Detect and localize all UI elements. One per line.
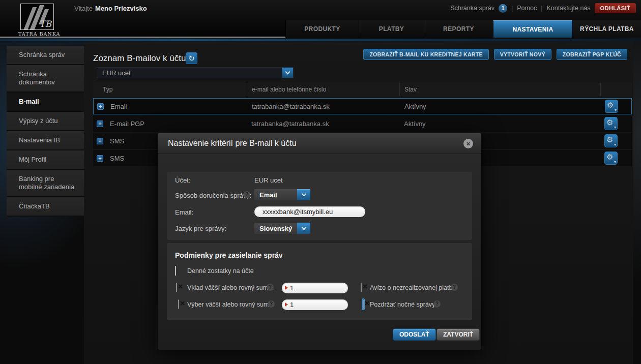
sidebar-item-mobilny-banking[interactable]: Banking pre mobilné zariadenia [7,170,84,197]
help-link[interactable]: Pomoc [517,5,537,12]
create-new-button[interactable]: VYTVORIŤ NOVÝ [494,49,551,60]
column-stav: Stav [399,83,600,96]
night-messages-checkbox[interactable] [363,299,364,309]
user-name: Meno Priezvisko [95,5,147,12]
required-marker-icon [285,286,288,290]
welcome-text: VitajteMeno Priezvisko [74,5,147,12]
deposit-checkbox[interactable] [176,283,177,292]
modal-conditions-panel: Podmienky pre zasielanie správ Denné zos… [167,243,472,320]
daily-balance-checkbox[interactable] [175,266,176,276]
expand-plus-icon[interactable]: + [97,138,103,144]
sidebar-item-citackatb[interactable]: ČítačkaTB [7,197,84,217]
sidebar-item-schranka-dokumentov[interactable]: Schránka dokumentov [7,65,84,93]
close-button[interactable]: ZATVORIŤ [436,328,480,341]
contact-link[interactable]: Kontaktujte nás [546,5,590,12]
account-value: EUR ucet [254,176,283,184]
chevron-down-icon[interactable] [297,223,310,234]
modal-header: Nastavenie kritérií pre B-mail k účtu × [158,133,481,154]
withdrawal-checkbox[interactable] [178,299,179,309]
row-typ: SMS [110,137,124,145]
sidebar-item-bmail[interactable]: B-mail [7,93,84,112]
expand-plus-icon[interactable]: + [97,120,103,127]
modal-form-panel: Účet: EUR ucet Spôsob doručenia správy: … [167,172,472,240]
inbox-link[interactable]: Schránka správ [450,5,494,12]
table-row[interactable]: +Email tatrabanka@tatrabanka.sk Aktívny … [93,98,632,114]
language-select[interactable]: Slovenský [254,223,310,234]
help-icon[interactable]: ? [451,284,458,291]
submit-button[interactable]: ODOSLAŤ [393,328,436,341]
row-settings-gear-icon[interactable]: ⚙▾ [604,134,618,147]
row-typ: SMS [110,155,124,162]
help-icon[interactable]: ? [243,191,250,198]
help-icon[interactable]: ? [268,300,275,308]
chevron-down-icon[interactable] [282,68,293,78]
table-header: Typ e-mail alebo telefónne číslo Stav [93,83,632,96]
page-title: Zoznam B-mailov k účtu [93,53,186,64]
divider: | [541,5,542,12]
refresh-icon[interactable]: ↻ [186,52,197,64]
delivery-method-select[interactable]: Email [254,189,310,200]
modal-title: Nastavenie kritérií pre B-mail k účtu [168,139,297,148]
sidebar-item-nastavenia-ib[interactable]: Nastavenia IB [7,131,84,150]
column-actions [600,83,632,96]
account-label: Účet: [175,176,190,184]
column-contact: e-mail alebo telefónne číslo [247,83,399,96]
tatra-banka-logo[interactable]: TB [20,4,54,30]
language-label: Jazyk pre správy: [175,225,226,232]
row-settings-gear-icon[interactable]: ⚙▾ [604,151,618,165]
tab-reporty[interactable]: REPORTY [424,20,493,38]
page-action-buttons: ZOBRAZIŤ B-MAIL KU KREDITNEJ KARTE VYTVO… [363,49,627,60]
chevron-down-icon[interactable] [297,189,310,200]
logo-abbr: TB [39,19,51,29]
help-icon[interactable]: ? [267,284,274,291]
row-typ: E-mail PGP [110,120,144,128]
bmail-criteria-modal: Nastavenie kritérií pre B-mail k účtu × … [158,133,481,350]
row-stav: Aktívny [400,103,601,110]
inbox-count-badge: 1 [499,4,507,13]
language-value: Slovenský [254,223,297,234]
table-row[interactable]: +E-mail PGP tatrabanka@tatrabanka.sk Akt… [93,115,632,132]
divider: | [511,5,513,12]
logo-bank-name: TATRA BANKA [18,31,61,37]
account-select-value: EUR ucet [97,69,282,77]
tab-produkty[interactable]: PRODUKTY [285,20,359,38]
page: TB TATRA BANKA VitajteMeno Priezvisko Sc… [0,0,641,364]
tab-nastavenia[interactable]: NASTAVENIA [493,20,572,38]
aviso-checkbox[interactable] [361,283,362,292]
delivery-method-value: Email [254,189,297,200]
column-typ: Typ [93,86,247,93]
aviso-label: Avízo o nezrealizovanej platbe [370,284,456,291]
row-contact: tatrabanka@tatrabanka.sk [247,120,399,128]
withdrawal-label: Výber väčší alebo rovný sume: [187,301,274,308]
top-bar: TB TATRA BANKA VitajteMeno Priezvisko Sc… [0,0,641,38]
close-icon[interactable]: × [463,139,473,148]
required-marker-icon [285,302,288,307]
help-icon[interactable]: ? [433,300,441,308]
tab-rychla-platba[interactable]: RÝCHLA PLATBA [572,20,641,38]
conditions-title: Podmienky pre zasielanie správ [175,251,283,259]
deposit-amount-field[interactable] [282,283,348,293]
welcome-label: Vitajte [74,5,93,12]
main-nav-tabs: PRODUKTY PLATBY REPORTY NASTAVENIA RÝCHL… [285,20,641,38]
night-messages-label: Pozdržať nočné správy [370,301,435,308]
withdrawal-amount-field[interactable] [282,299,348,310]
sidebar-item-moj-profil[interactable]: Môj Profil [7,150,84,170]
row-settings-gear-icon[interactable]: ⚙▾ [604,117,618,130]
deposit-label: Vklad väčší alebo rovný sume: [187,284,274,291]
row-contact: tatrabanka@tatrabanka.sk [247,103,400,110]
sidebar-item-vypisy[interactable]: Výpisy z účtu [7,112,84,131]
logout-button[interactable]: ODHLÁSIŤ [595,3,636,13]
row-settings-gear-icon[interactable]: ⚙▾ [605,100,618,113]
email-field[interactable] [254,206,365,217]
account-select[interactable]: EUR ucet [97,67,294,78]
show-pgp-key-button[interactable]: ZOBRAZIŤ PGP KĽÚČ [557,49,627,60]
nav-accent-strip [0,39,641,41]
show-credit-card-bmail-button[interactable]: ZOBRAZIŤ B-MAIL KU KREDITNEJ KARTE [363,49,488,60]
expand-plus-icon[interactable]: + [97,155,103,162]
row-stav: Aktívny [399,120,600,128]
expand-plus-icon[interactable]: + [97,103,104,110]
tab-platby[interactable]: PLATBY [359,20,424,38]
email-label: Email: [175,208,193,216]
sidebar-item-schranka-sprav[interactable]: Schránka správ [7,46,84,65]
delivery-method-label: Spôsob doručenia správy: [175,192,251,199]
